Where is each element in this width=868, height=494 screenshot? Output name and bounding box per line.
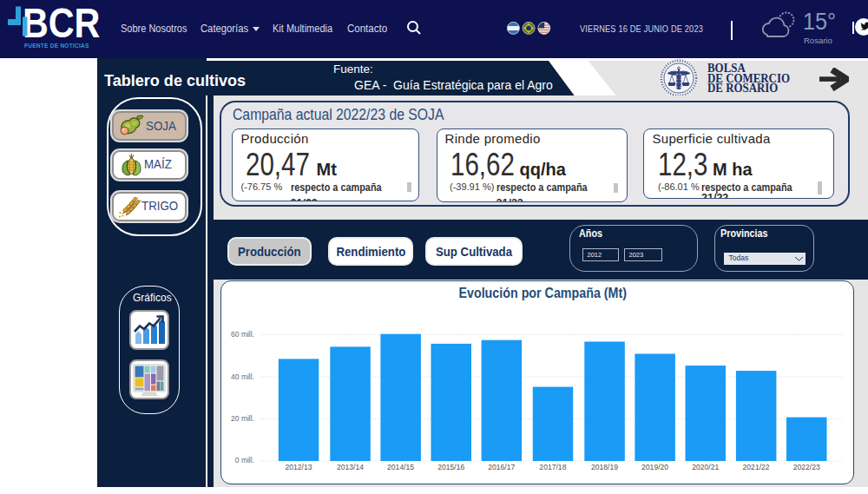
svg-text:20 mill.: 20 mill. <box>231 414 254 423</box>
svg-text:2015/16: 2015/16 <box>437 463 464 471</box>
svg-text:2019/20: 2019/20 <box>641 463 668 471</box>
svg-text:2021/22: 2021/22 <box>743 463 770 471</box>
svg-text:2022/23: 2022/23 <box>793 463 820 471</box>
svg-text:2020/21: 2020/21 <box>692 463 719 471</box>
svg-text:2014/15: 2014/15 <box>387 463 414 471</box>
svg-text:2018/19: 2018/19 <box>591 463 618 471</box>
svg-text:2013/14: 2013/14 <box>337 463 364 471</box>
svg-text:60 mill.: 60 mill. <box>231 330 254 339</box>
svg-text:2017/18: 2017/18 <box>539 463 566 471</box>
svg-text:2012/13: 2012/13 <box>285 463 312 471</box>
svg-text:0 mill.: 0 mill. <box>235 456 254 464</box>
svg-text:2016/17: 2016/17 <box>488 463 515 471</box>
svg-text:40 mill.: 40 mill. <box>231 372 254 381</box>
